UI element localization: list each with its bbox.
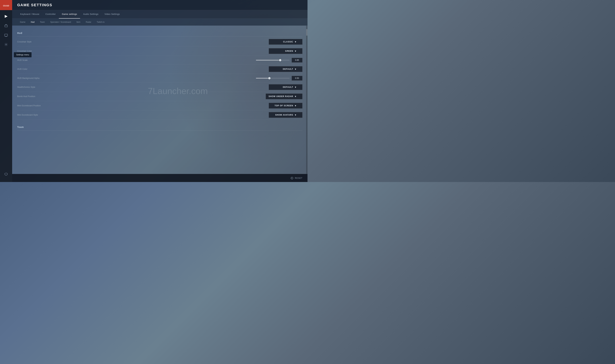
svg-rect-1: [5, 25, 7, 27]
tab-game-settings[interactable]: Game settings: [59, 10, 80, 19]
tab-audio-settings[interactable]: Audio Settings: [80, 10, 102, 19]
health-ammo-style-dropdown[interactable]: DEFAULT ▾: [269, 84, 302, 90]
hud-scale-label: HUD Scale: [17, 59, 85, 61]
tab-keyboard-mouse[interactable]: Keyboard / Mouse: [17, 10, 42, 19]
hud-scale-slider-container: 0.85: [256, 58, 302, 63]
setting-crosshair-color: Crosshair Color GREEN ▾: [17, 47, 302, 56]
crosshair-color-label: Crosshair Color: [17, 50, 85, 52]
miniscoreboard-style-control: SHOW AVATARS ▾: [85, 112, 302, 118]
page-title: GAME SETTINGS: [17, 3, 52, 7]
svg-rect-2: [5, 34, 8, 36]
briefcase-icon[interactable]: [2, 22, 10, 29]
crosshair-style-control: CLASSIC ▾: [85, 39, 302, 45]
tab-twitchtv[interactable]: Twitch.tv: [94, 19, 107, 26]
tab-item[interactable]: Item: [74, 19, 83, 26]
csgo-logo[interactable]: CS:GO: [0, 0, 12, 10]
bomb-hud-position-control: SHOW UNDER RADAR ▾: [85, 93, 302, 99]
dropdown-arrow-icon-2: ▾: [295, 50, 296, 52]
reset-button[interactable]: RESET: [290, 177, 302, 180]
hud-color-control: DEFAULT ▾: [85, 66, 302, 72]
crosshair-style-label: Crosshair Style: [17, 41, 85, 43]
hud-bg-alpha-slider-thumb[interactable]: [268, 77, 271, 79]
tab-radar[interactable]: Radar: [83, 19, 94, 26]
reset-label: RESET: [295, 177, 302, 179]
dropdown-arrow-icon-4: ▾: [295, 86, 296, 89]
miniscoreboard-position-label: Mini-Scoreboard Position: [17, 104, 85, 107]
settings-content: Hud Crosshair Style CLASSIC ▾ Crosshair …: [12, 26, 308, 174]
settings-menu-label: Settings menu: [16, 53, 29, 56]
bomb-hud-position-dropdown[interactable]: SHOW UNDER RADAR ▾: [266, 93, 302, 99]
hud-color-label: HUD Color: [17, 68, 85, 70]
crosshair-style-dropdown[interactable]: CLASSIC ▾: [269, 39, 302, 45]
miniscoreboard-style-dropdown[interactable]: SHOW AVATARS ▾: [269, 112, 302, 118]
play-icon[interactable]: ▶: [2, 13, 10, 20]
dropdown-arrow-icon: ▾: [295, 40, 296, 43]
crosshair-color-control: GREEN ▾: [85, 48, 302, 54]
setting-crosshair-style: Crosshair Style CLASSIC ▾: [17, 37, 302, 47]
dropdown-arrow-icon-7: ▾: [295, 114, 296, 116]
dropdown-arrow-icon-5: ▾: [295, 95, 296, 98]
setting-bomb-hud-position: Bomb Hud Position SHOW UNDER RADAR ▾: [17, 92, 302, 101]
tab-team[interactable]: Team: [37, 19, 48, 26]
setting-health-ammo-style: Health/Ammo Style DEFAULT ▾: [17, 83, 302, 92]
hud-scale-slider-track[interactable]: [256, 60, 290, 61]
reset-icon: [290, 177, 293, 180]
miniscoreboard-position-control: TOP OF SCREEN ▾: [85, 103, 302, 108]
setting-miniscoreboard-position: Mini-Scoreboard Position TOP OF SCREEN ▾: [17, 101, 302, 110]
tab-hud[interactable]: Hud: [28, 19, 37, 26]
health-ammo-style-control: DEFAULT ▾: [85, 84, 302, 90]
tv-icon[interactable]: [2, 31, 10, 39]
gear-icon[interactable]: [2, 41, 10, 48]
header: GAME SETTINGS: [12, 0, 308, 10]
sidebar: CS:GO ▶: [0, 0, 12, 182]
setting-hud-scale: HUD Scale 0.85: [17, 56, 302, 65]
health-ammo-style-label: Health/Ammo Style: [17, 86, 85, 88]
hud-bg-alpha-value: 0.50: [292, 76, 302, 80]
nav-secondary: Game Hud Team Spectator / Scoreboard Ite…: [12, 19, 308, 26]
scrollbar[interactable]: [306, 26, 308, 174]
main-area: GAME SETTINGS Keyboard / Mouse Controlle…: [12, 0, 308, 182]
hud-scale-value: 0.85: [292, 58, 302, 63]
scrollbar-thumb[interactable]: [306, 29, 308, 36]
section-hud-title: Hud: [17, 29, 302, 37]
crosshair-color-dropdown[interactable]: GREEN ▾: [269, 48, 302, 54]
hud-bg-alpha-slider-fill: [256, 78, 269, 78]
footer: RESET: [12, 174, 308, 182]
miniscoreboard-position-dropdown[interactable]: TOP OF SCREEN ▾: [269, 103, 302, 108]
setting-hud-bg-alpha: HUD Background Alpha 0.50: [17, 74, 302, 83]
svg-text:CS:GO: CS:GO: [3, 5, 9, 7]
sidebar-bottom: [2, 169, 10, 182]
hud-bg-alpha-control: 0.50: [85, 76, 302, 80]
hud-bg-alpha-slider-container: 0.50: [256, 76, 302, 80]
bomb-hud-position-label: Bomb Hud Position: [17, 95, 85, 98]
miniscoreboard-style-label: Mini-Scoreboard Style: [17, 114, 85, 116]
section-team-title: Team: [17, 123, 302, 130]
hud-color-dropdown[interactable]: DEFAULT ▾: [269, 66, 302, 72]
setting-hud-color: HUD Color DEFAULT ▾: [17, 65, 302, 74]
csgo-logo-icon: CS:GO: [3, 2, 9, 8]
tab-spectator-scoreboard[interactable]: Spectator / Scoreboard: [48, 19, 74, 26]
settings-menu-tooltip: Settings menu: [14, 52, 32, 57]
tab-game[interactable]: Game: [17, 19, 28, 26]
hud-bg-alpha-label: HUD Background Alpha: [17, 77, 85, 79]
power-icon[interactable]: [2, 170, 10, 178]
hud-scale-slider-fill: [256, 60, 280, 61]
svg-point-5: [6, 44, 7, 45]
nav-primary: Keyboard / Mouse Controller Game setting…: [12, 10, 308, 19]
tab-video-settings[interactable]: Video Settings: [102, 10, 123, 19]
hud-scale-control: 0.85: [85, 58, 302, 63]
hud-scale-slider-thumb[interactable]: [279, 59, 281, 61]
dropdown-arrow-icon-3: ▾: [295, 68, 296, 70]
dropdown-arrow-icon-6: ▾: [295, 104, 296, 107]
setting-miniscoreboard-style: Mini-Scoreboard Style SHOW AVATARS ▾: [17, 110, 302, 120]
hud-bg-alpha-slider-track[interactable]: [256, 78, 290, 78]
tab-controller[interactable]: Controller: [42, 10, 59, 19]
